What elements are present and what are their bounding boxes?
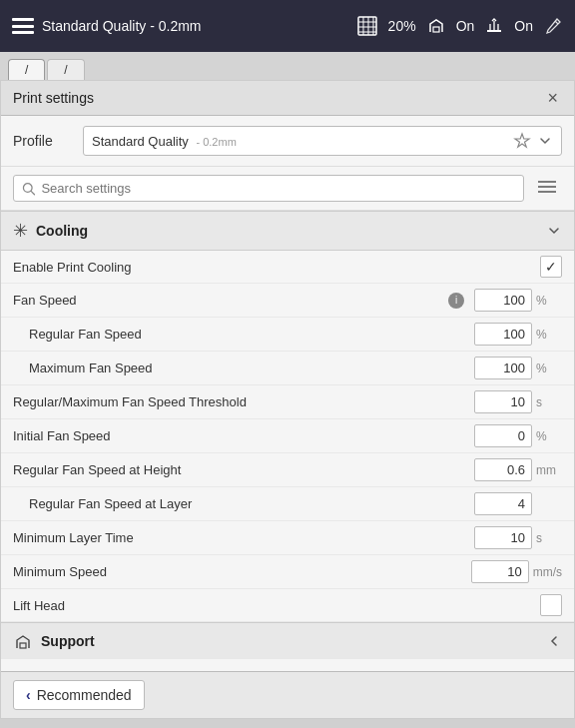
cooling-chevron-icon[interactable] — [546, 223, 562, 239]
maximum-fan-speed-input[interactable] — [474, 357, 532, 379]
setting-fan-speed-threshold: Regular/Maximum Fan Speed Threshold s — [1, 385, 574, 419]
recommended-chevron-icon: ‹ — [26, 687, 31, 703]
profile-label: Profile — [13, 133, 73, 149]
fan-icon: ✳ — [13, 220, 28, 242]
minimum-speed-unit: mm/s — [533, 565, 562, 579]
profile-select[interactable]: Standard Quality - 0.2mm — [83, 126, 562, 156]
setting-enable-print-cooling: Enable Print Cooling ✓ — [1, 251, 574, 284]
support-section-title: Support — [41, 633, 95, 649]
initial-fan-speed-input[interactable] — [474, 424, 532, 447]
svg-line-9 — [555, 21, 558, 24]
lift-head-input-wrap — [540, 594, 562, 616]
maximum-fan-speed-unit: % — [536, 362, 562, 375]
support-chevron-icon[interactable] — [546, 633, 562, 649]
search-input-wrap[interactable] — [13, 175, 524, 202]
setting-label-regular-fan-speed: Regular Fan Speed — [29, 327, 474, 342]
fan-speed-threshold-unit: s — [536, 395, 562, 409]
search-input[interactable] — [41, 181, 515, 196]
setting-label-lift-head: Lift Head — [13, 598, 540, 613]
setting-minimum-speed: Minimum Speed mm/s — [1, 555, 574, 589]
bottom-bar: ‹ Recommended — [1, 671, 574, 718]
menu-icon[interactable] — [12, 18, 34, 34]
svg-line-11 — [31, 191, 34, 194]
setting-label-maximum-fan-speed: Maximum Fan Speed — [29, 361, 474, 375]
fan-speed-at-height-input[interactable] — [474, 458, 532, 481]
min-layer-time-input-wrap: s — [474, 526, 562, 549]
setting-label-fan-speed-threshold: Regular/Maximum Fan Speed Threshold — [13, 394, 474, 409]
support-label[interactable]: On — [456, 18, 475, 34]
regular-fan-speed-unit: % — [536, 328, 562, 342]
tab-1[interactable]: / — [8, 59, 45, 80]
support-toggle-icon[interactable] — [426, 16, 446, 36]
enable-cooling-input: ✓ — [540, 256, 562, 278]
panel-title: Print settings — [13, 90, 94, 106]
fan-speed-at-layer-input[interactable] — [474, 492, 532, 515]
svg-rect-7 — [433, 27, 439, 32]
setting-regular-fan-speed: Regular Fan Speed % — [1, 318, 574, 352]
fan-speed-at-layer-input-wrap — [474, 492, 562, 515]
setting-label-initial-fan-speed: Initial Fan Speed — [13, 428, 474, 443]
document-title: Standard Quality - 0.2mm — [42, 18, 348, 34]
maximum-fan-speed-input-wrap: % — [474, 357, 562, 379]
initial-fan-speed-unit: % — [536, 429, 562, 443]
setting-min-layer-time: Minimum Layer Time s — [1, 521, 574, 555]
print-settings-panel: Print settings × Profile Standard Qualit… — [0, 80, 575, 719]
regular-fan-speed-input[interactable] — [474, 323, 532, 346]
adhesion-label[interactable]: On — [514, 18, 533, 34]
fan-speed-threshold-input-wrap: s — [474, 390, 562, 413]
recommended-button[interactable]: ‹ Recommended — [13, 680, 145, 710]
setting-label-fan-speed-at-height: Regular Fan Speed at Height — [13, 462, 474, 477]
fan-speed-info-icon[interactable]: i — [448, 293, 464, 309]
setting-label-minimum-speed: Minimum Speed — [13, 564, 471, 579]
setting-label-fan-speed-at-layer: Regular Fan Speed at Layer — [29, 496, 474, 511]
setting-lift-head: Lift Head — [1, 589, 574, 622]
setting-fan-speed-at-height: Regular Fan Speed at Height mm — [1, 453, 574, 487]
infill-icon[interactable] — [356, 15, 378, 37]
setting-maximum-fan-speed: Maximum Fan Speed % — [1, 352, 574, 385]
setting-fan-speed-at-layer: Regular Fan Speed at Layer — [1, 487, 574, 521]
min-layer-time-input[interactable] — [474, 526, 532, 549]
profile-sub: - 0.2mm — [196, 136, 236, 148]
profile-name: Standard Quality — [92, 134, 189, 149]
fan-speed-threshold-input[interactable] — [474, 390, 532, 413]
profile-row: Profile Standard Quality - 0.2mm — [1, 116, 574, 167]
regular-fan-speed-input-wrap: % — [474, 323, 562, 346]
settings-content[interactable]: ✳ Cooling Enable Print Cooling ✓ Fan Spe… — [1, 211, 574, 671]
support-section-icon — [13, 631, 33, 651]
close-button[interactable]: × — [543, 89, 562, 107]
lift-head-checkbox[interactable] — [540, 594, 562, 616]
tab-strip: / / — [0, 52, 575, 80]
cooling-section-header[interactable]: ✳ Cooling — [1, 211, 574, 251]
top-bar: Standard Quality - 0.2mm 20% On On — [0, 0, 575, 52]
tab-2[interactable]: / — [47, 59, 84, 80]
profile-select-actions — [513, 132, 553, 150]
fan-speed-unit: % — [536, 294, 562, 308]
cooling-section-title: Cooling — [36, 223, 88, 239]
setting-label-min-layer-time: Minimum Layer Time — [13, 530, 474, 545]
adhesion-toggle-icon[interactable] — [484, 16, 504, 36]
pencil-icon[interactable] — [543, 16, 563, 36]
minimum-speed-input-wrap: mm/s — [471, 560, 562, 583]
search-icon — [22, 182, 35, 196]
panel-header: Print settings × — [1, 81, 574, 116]
fan-speed-input-wrap: i % — [448, 289, 562, 312]
infill-percent: 20% — [388, 18, 416, 34]
minimum-speed-input[interactable] — [471, 560, 529, 583]
section-header-left: ✳ Cooling — [13, 220, 88, 242]
support-section-header-left: Support — [13, 631, 95, 651]
chevron-down-icon[interactable] — [537, 133, 553, 149]
setting-fan-speed: Fan Speed i % — [1, 284, 574, 318]
fan-speed-at-height-unit: mm — [536, 463, 562, 477]
support-section-header[interactable]: Support — [1, 622, 574, 659]
settings-menu-icon[interactable] — [532, 176, 562, 201]
fan-speed-input[interactable] — [474, 289, 532, 312]
recommended-label: Recommended — [37, 687, 132, 703]
enable-cooling-checkbox[interactable]: ✓ — [540, 256, 562, 278]
initial-fan-speed-input-wrap: % — [474, 424, 562, 447]
star-icon[interactable] — [513, 132, 531, 150]
search-row — [1, 167, 574, 211]
setting-initial-fan-speed: Initial Fan Speed % — [1, 419, 574, 453]
setting-label-enable-print-cooling: Enable Print Cooling — [13, 260, 540, 275]
fan-speed-at-height-input-wrap: mm — [474, 458, 562, 481]
profile-select-text: Standard Quality - 0.2mm — [92, 134, 237, 149]
